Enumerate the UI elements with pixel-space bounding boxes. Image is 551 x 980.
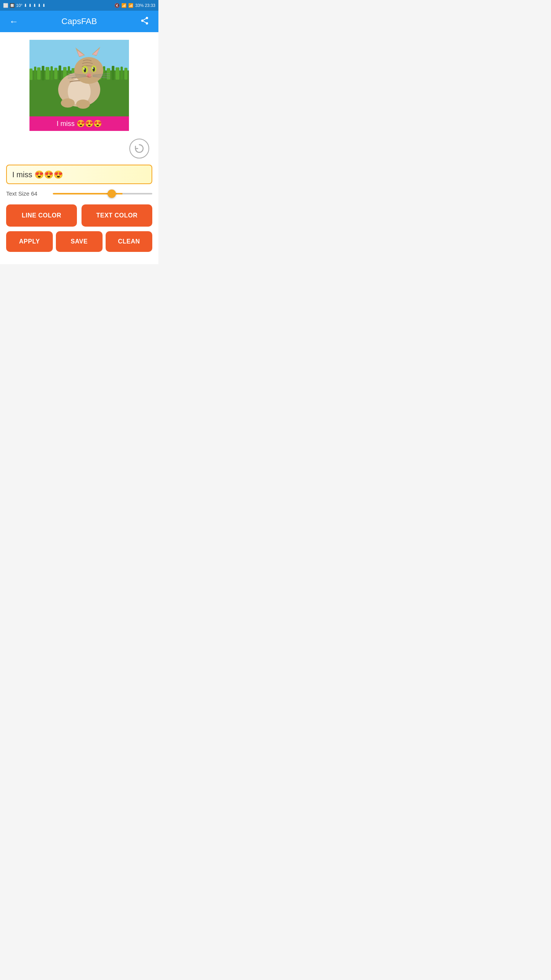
battery-text: 33% 23:33 xyxy=(135,3,155,8)
svg-point-1 xyxy=(141,20,143,22)
svg-rect-26 xyxy=(112,66,114,80)
app-title: CapsFAB xyxy=(62,16,97,26)
status-bar: ⬜ 🔲 10° ⬇ ⬇ ⬇ ⬇ ⬇ 🔇 📶 📶 33% 23:33 xyxy=(0,0,158,11)
svg-rect-8 xyxy=(34,67,36,80)
main-content: I miss 😍😍😍 Text Size 64 LINE COLOR TEXT … xyxy=(0,32,158,264)
text-size-label: Text Size 64 xyxy=(6,190,48,197)
cat-image xyxy=(29,40,129,116)
svg-rect-29 xyxy=(124,68,127,80)
image-caption: I miss 😍😍😍 xyxy=(29,116,129,131)
svg-point-50 xyxy=(61,98,75,108)
back-icon: ← xyxy=(9,16,18,27)
action-buttons-row: APPLY SAVE CLEAN xyxy=(6,231,152,252)
notification-icons: ⬜ 🔲 10° ⬇ ⬇ ⬇ ⬇ ⬇ xyxy=(3,3,46,8)
text-color-button[interactable]: TEXT COLOR xyxy=(82,204,152,227)
svg-point-41 xyxy=(83,68,85,70)
svg-rect-27 xyxy=(116,67,119,80)
svg-rect-12 xyxy=(51,66,53,80)
svg-rect-9 xyxy=(37,67,41,80)
cat-scene-svg xyxy=(29,40,129,116)
mute-icon: 🔇 xyxy=(114,3,120,8)
svg-point-0 xyxy=(146,17,148,19)
svg-rect-7 xyxy=(29,69,33,80)
share-icon xyxy=(140,16,149,25)
svg-line-3 xyxy=(143,21,146,23)
svg-line-4 xyxy=(143,18,146,20)
status-left-icons: ⬜ 🔲 10° ⬇ ⬇ ⬇ ⬇ ⬇ xyxy=(3,3,46,8)
wifi-icon: 📶 xyxy=(121,3,127,8)
svg-rect-10 xyxy=(42,66,44,80)
slider-container: Text Size 64 xyxy=(6,190,152,197)
clean-button[interactable]: CLEAN xyxy=(106,231,152,252)
text-size-slider[interactable] xyxy=(53,193,152,194)
line-color-button[interactable]: LINE COLOR xyxy=(6,204,77,227)
caption-text-input[interactable] xyxy=(6,165,152,184)
refresh-icon xyxy=(134,143,145,154)
svg-point-51 xyxy=(76,100,90,109)
refresh-button[interactable] xyxy=(129,139,149,158)
svg-point-42 xyxy=(92,67,94,69)
image-container: I miss 😍😍😍 xyxy=(29,40,129,131)
save-button[interactable]: SAVE xyxy=(56,231,103,252)
svg-rect-14 xyxy=(59,65,61,80)
svg-rect-13 xyxy=(54,68,57,79)
status-right-icons: 🔇 📶 📶 33% 23:33 xyxy=(114,3,155,8)
share-button[interactable] xyxy=(137,15,152,29)
svg-point-2 xyxy=(146,22,148,24)
back-button[interactable]: ← xyxy=(6,15,21,28)
svg-rect-28 xyxy=(121,67,123,80)
text-input-container xyxy=(6,165,152,184)
svg-point-32 xyxy=(74,57,103,84)
color-buttons-row: LINE COLOR TEXT COLOR xyxy=(6,204,152,227)
refresh-area xyxy=(6,139,152,158)
apply-button[interactable]: APPLY xyxy=(6,231,53,252)
app-bar: ← CapsFAB xyxy=(0,11,158,32)
signal-icon: 📶 xyxy=(128,3,134,8)
svg-rect-11 xyxy=(46,67,49,80)
